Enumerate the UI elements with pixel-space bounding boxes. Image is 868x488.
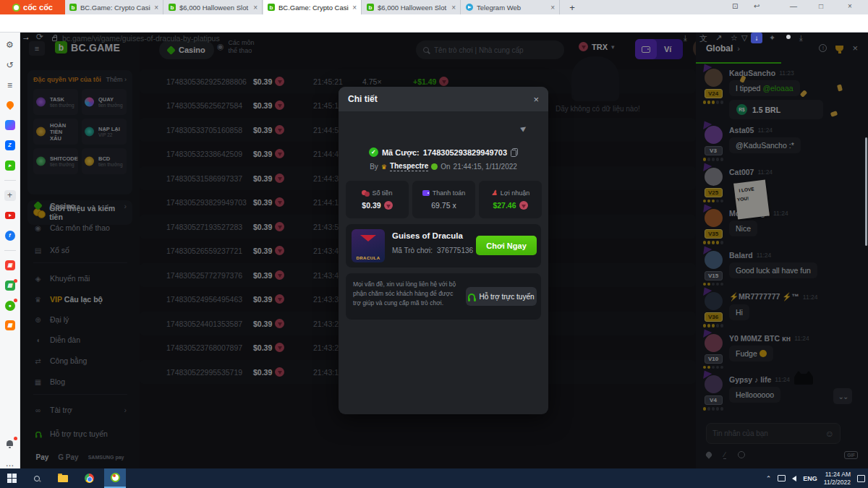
file-explorer-icon[interactable] [52,468,74,488]
taskbar-clock[interactable]: 11:24 AM 11/2/2022 [824,471,851,486]
browser-tab-active[interactable]: b BC.Game: Crypto Casino Gam × [263,0,362,14]
promo-icon[interactable]: ● [4,300,16,311]
trx-coin-icon [519,201,528,210]
snapshot-icon[interactable]: ⊡ [732,2,738,10]
trx-coin-icon [384,201,393,210]
sale-shop-icon[interactable]: ▣ [4,260,16,271]
brand-label: cốc cốc [23,3,53,12]
headset-icon [468,294,475,299]
coccoc-logo-icon [12,4,20,12]
forward-button[interactable]: → [22,32,30,42]
crown-icon: ♛ [381,163,387,171]
windows-taskbar: ⌃ ENG 11:24 AM 11/2/2022 [0,468,868,488]
modal-title: Chi tiết [348,94,378,104]
speaker-icon[interactable] [792,476,796,481]
amount-coins-icon [362,190,369,196]
bet-datetime: 21:44:15, 1/11/2022 [454,163,517,171]
browser-tab[interactable]: b BC.Game: Crypto Casino Gam × [65,0,163,14]
messenger-icon[interactable] [4,120,16,131]
game-thumbnail[interactable]: DRACULA [352,229,385,262]
youtube-icon[interactable] [4,210,16,221]
start-button[interactable] [7,474,17,483]
games-icon[interactable]: ▸ [4,160,16,171]
bet-id-line: ✓ Mã Cược: 1748305293829949703 [339,147,548,157]
close-button[interactable]: × [848,2,852,10]
reading-list-icon[interactable]: ≡ [4,80,16,90]
tab-close-icon[interactable]: × [352,4,357,12]
verified-check-icon: ✓ [369,147,378,157]
tab-close-icon[interactable]: × [550,4,555,12]
support-note-text: Mọi vấn đề, xin vui lòng liên hệ với bộ … [353,280,461,307]
profit-icon: ♟ [491,190,498,196]
live-support-button[interactable]: Hỗ trợ trực tuyến [466,287,537,306]
bcgame-favicon-icon: b [169,4,176,11]
bcgame-favicon-icon: b [268,4,275,11]
hot-trending-icon[interactable] [4,100,16,111]
share-icon[interactable]: ↗ [715,33,722,43]
coccoc-taskbar-icon[interactable] [104,468,126,488]
translate-icon[interactable]: 文 [699,33,707,44]
browser-tab[interactable]: b $6,000 Halloween Slot Battle × [164,0,263,14]
hidden-icons-chevron[interactable]: ⌃ [766,475,772,482]
taskbar-search-icon[interactable] [26,468,48,488]
bookmark-star-icon[interactable]: ☆ [731,33,738,43]
page-scrollbar[interactable] [865,137,867,246]
history-icon[interactable]: ↺ [4,60,16,71]
gift-icon[interactable]: ▤ [4,281,16,291]
game-id-line: Mã Trò chơi: 376775136 [392,246,485,254]
network-icon[interactable] [778,475,786,481]
tab-title: $6,000 Halloween Slot Battle [179,4,250,12]
browser-toolbar: ← → ⟳ bc.game/vi/game/guises-of-dracula-… [0,14,868,33]
action-center-icon[interactable] [857,475,865,482]
reload-button[interactable]: ⟳ [36,32,43,42]
shield-icon[interactable]: ▽ [741,33,747,43]
bat-icon [360,235,376,241]
support-note-card: Mọi vấn đề, xin vui lòng liên hệ với bộ … [346,273,541,320]
browser-tab[interactable]: b $6,000 Halloween Slot Battle × [362,0,461,14]
maximize-button[interactable]: □ [819,2,823,10]
share-icon[interactable]: ► [517,121,530,134]
language-indicator[interactable]: ENG [803,475,817,482]
tab-title: BC.Game: Crypto Casino Gam [278,4,349,12]
restore-tab-icon[interactable]: ↩ [754,2,760,10]
bet-author-link[interactable]: Thespectre [390,162,428,171]
tab-close-icon[interactable]: × [253,4,258,12]
save-page-icon[interactable]: ⤓ [684,33,687,43]
coccoc-sidebar: ⚙ ↺ ≡ Z ▸ + f ▣ ▤ ● ▦ … [0,33,20,468]
tab-title: Telegram Web [477,4,547,12]
bcgame-favicon-icon: b [367,4,374,11]
notifications-bell-icon[interactable] [4,438,16,449]
bet-id-value: 1748305293829949703 [423,148,507,157]
game-title: Guises of Dracula [392,231,463,240]
minimize-button[interactable]: — [790,2,797,10]
tab-close-icon[interactable]: × [154,4,158,12]
coccoc-brand: cốc cốc [0,0,65,14]
facebook-icon[interactable]: f [4,230,16,241]
extensions-icon[interactable]: ✦ [769,33,775,43]
game-card: DRACULA Guises of Dracula Mã Trò chơi: 3… [346,224,541,267]
telegram-favicon-icon [466,4,473,11]
browser-tab[interactable]: Telegram Web × [461,0,560,14]
clock-time: 11:24 AM [825,471,851,479]
download-manager-button[interactable]: ↓ [751,33,762,43]
chrome-icon[interactable] [78,468,100,488]
play-now-button[interactable]: Chơi Ngay [476,236,537,255]
frog-emoji-icon [431,163,438,170]
add-shortcut-button[interactable]: + [4,190,16,201]
copy-icon[interactable] [511,148,518,157]
tab-title: $6,000 Halloween Slot Battle [378,4,448,12]
tab-close-icon[interactable]: × [451,4,456,12]
secure-lock-icon[interactable] [52,37,57,41]
bet-author-line: By ♛ Thespectre On 21:44:15, 1/11/2022 [339,162,548,171]
settings-icon[interactable]: ⚙ [4,40,16,51]
url-text[interactable]: bc.game/vi/game/guises-of-dracula-by-pla… [62,34,220,43]
cart-icon[interactable]: ▦ [4,320,16,331]
stat-amount: Số tiền $0.39 [346,181,409,218]
new-tab-button[interactable]: + [564,0,580,14]
more-menu-icon[interactable]: … [4,458,16,468]
browser-tab-bar: cốc cốc b BC.Game: Crypto Casino Gam × b… [0,0,868,14]
stat-profit: ♟Lợi nhuận $27.46 [479,181,542,218]
modal-close-icon[interactable]: × [533,94,539,105]
zalo-icon[interactable]: Z [4,140,16,151]
downloads-icon[interactable]: ⤓ [799,33,803,43]
